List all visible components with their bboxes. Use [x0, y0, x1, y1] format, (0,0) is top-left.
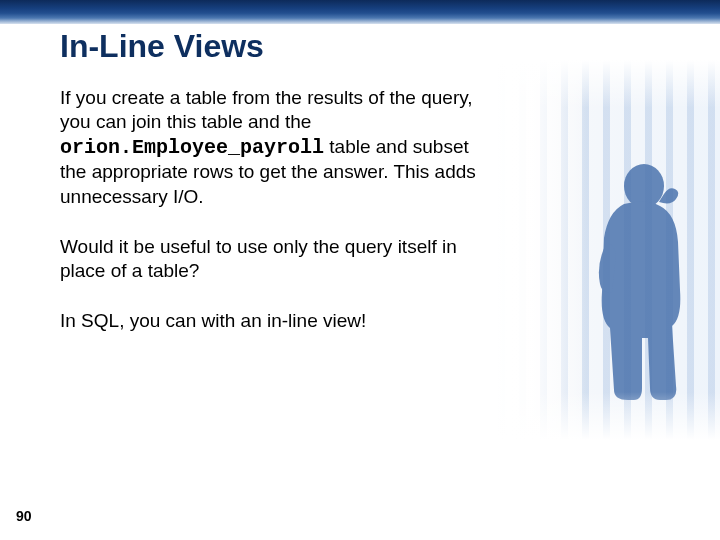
body-text: If you create a table from the results o…: [60, 86, 490, 360]
fade-bottom: [492, 392, 720, 440]
paragraph-1: If you create a table from the results o…: [60, 86, 490, 209]
header-gradient-bar: [0, 0, 720, 24]
svg-point-0: [624, 164, 664, 208]
paragraph-3: In SQL, you can with an in-line view!: [60, 309, 490, 333]
page-title: In-Line Views: [60, 28, 264, 65]
fade-top: [492, 60, 720, 108]
paragraph-2: Would it be useful to use only the query…: [60, 235, 490, 284]
page-number: 90: [16, 508, 32, 524]
p1-text-a: If you create a table from the results o…: [60, 87, 473, 132]
code-table-name: orion.Employee_payroll: [60, 136, 324, 159]
decorative-side-image: [492, 60, 720, 440]
fade-left: [492, 60, 587, 440]
